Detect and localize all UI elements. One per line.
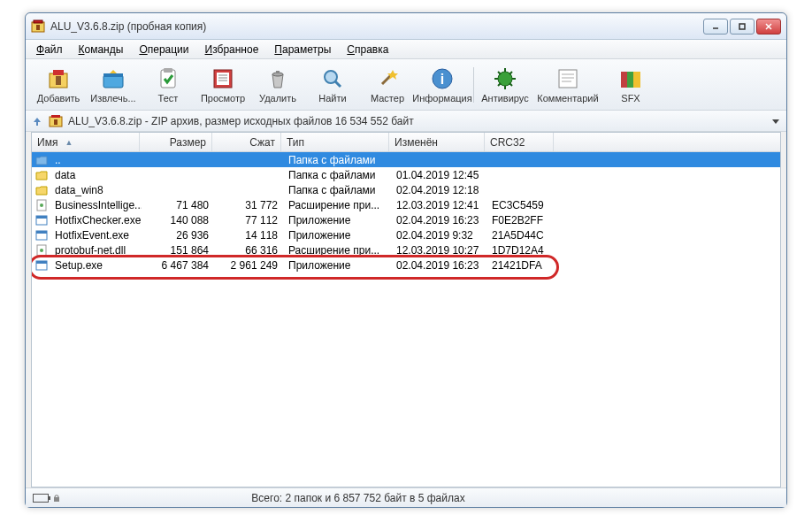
svg-text:i: i [440,72,444,87]
address-text[interactable]: ALU_V3.6.8.zip - ZIP архив, размер исход… [68,115,765,127]
status-summary: Всего: 2 папок и 6 857 752 байт в 5 файл… [61,492,655,504]
file-name: BusinessIntellige... [50,199,142,211]
svg-line-32 [509,83,512,86]
file-list-container: Имя▲ Размер Сжат Тип Изменён CRC32 [31,132,781,152]
test-icon [156,66,180,91]
wizard-button[interactable]: Мастер [360,62,415,108]
file-row[interactable]: Setup.exe6 467 3842 961 249Приложение02.… [32,257,780,273]
exe-icon [35,229,48,242]
svg-rect-9 [56,76,61,85]
svg-rect-11 [103,73,123,77]
file-list[interactable]: ..Папка с файламиdataПапка с файлами01.0… [31,152,781,487]
file-compressed: 66 316 [214,244,283,257]
maximize-button[interactable] [730,19,755,35]
file-row[interactable]: data_win8Папка с файлами02.04.2019 12:18 [32,182,780,197]
file-crc: 21421DFA [486,259,555,272]
file-row[interactable]: BusinessIntellige...71 48031 772Расширен… [32,197,780,212]
menu-params[interactable]: Параметры [267,42,338,58]
file-size: 26 936 [142,229,214,242]
archive-add-icon [46,66,71,91]
file-row[interactable]: protobuf-net.dll151 86466 316Расширение … [32,242,780,257]
svg-point-52 [40,249,43,252]
col-crc[interactable]: CRC32 [485,133,554,151]
file-compressed: 31 772 [214,199,283,211]
svg-line-22 [335,81,341,87]
comment-button[interactable]: Комментарий [532,62,603,108]
toolbar: Добавить Извлечь... Тест Просмотр Удалит… [26,59,786,111]
file-type: Приложение [283,229,391,242]
file-date: 01.04.2019 12:45 [391,169,486,181]
svg-rect-50 [36,231,47,234]
file-row[interactable]: HotfixEvent.exe26 93614 118Приложение02.… [32,227,780,242]
svg-rect-40 [627,72,634,88]
svg-rect-8 [53,70,64,75]
file-type: Расширение при... [283,244,391,257]
app-window: ALU_V3.6.8.zip (пробная копия) Файл Кома… [25,12,787,508]
menu-operations[interactable]: Операции [132,42,195,58]
extract-icon [101,66,126,91]
svg-rect-10 [103,75,123,88]
col-type[interactable]: Тип [281,133,389,151]
titlebar: ALU_V3.6.8.zip (пробная копия) [26,13,786,40]
address-bar: ALU_V3.6.8.zip - ZIP архив, размер исход… [26,111,786,132]
add-button[interactable]: Добавить [31,62,86,108]
dropdown-icon[interactable] [770,116,781,127]
col-size[interactable]: Размер [140,133,212,151]
file-row[interactable]: dataПапка с файлами01.04.2019 12:45 [32,167,780,182]
svg-rect-13 [164,68,172,73]
svg-rect-4 [739,24,745,29]
svg-rect-2 [36,25,40,30]
svg-line-34 [498,83,501,86]
file-row[interactable]: HotfixChecker.exe140 08877 112Приложение… [32,212,780,227]
delete-button[interactable]: Удалить [250,62,305,108]
view-button[interactable]: Просмотр [195,62,250,108]
svg-rect-48 [36,216,47,219]
file-date: 02.04.2019 12:18 [391,184,486,196]
file-name: HotfixChecker.exe [50,214,142,226]
info-button[interactable]: i Информация [415,62,470,108]
up-icon[interactable] [31,115,43,127]
file-icon [35,199,48,211]
archive-icon [49,114,63,128]
close-button[interactable] [756,19,781,35]
menubar: Файл Команды Операции Избранное Параметр… [26,40,786,59]
folder-up-icon [35,154,48,166]
file-icon [35,244,48,257]
battery-icon [33,494,49,503]
find-button[interactable]: Найти [305,62,360,108]
col-modified[interactable]: Изменён [389,133,485,151]
svg-point-21 [325,71,337,83]
file-type: Папка с файлами [283,184,391,196]
svg-rect-15 [217,73,229,85]
file-name: HotfixEvent.exe [50,229,142,242]
folder-icon [35,169,48,181]
file-size: 6 467 384 [142,259,214,272]
toolbar-separator [473,67,474,103]
file-row[interactable]: ..Папка с файлами [32,152,780,167]
sfx-button[interactable]: SFX [603,62,658,108]
file-size: 151 864 [142,244,214,257]
col-compressed[interactable]: Сжат [212,133,281,151]
antivirus-button[interactable]: Антивирус [478,62,532,108]
info-icon: i [430,66,455,91]
minimize-button[interactable] [703,19,728,35]
file-date: 02.04.2019 9:32 [391,229,486,242]
file-crc: 21A5D44C [486,229,555,242]
col-name[interactable]: Имя▲ [32,133,140,151]
extract-button[interactable]: Извлечь... [86,62,141,108]
file-name: protobuf-net.dll [50,244,142,257]
menu-commands[interactable]: Команды [72,42,131,58]
menu-file[interactable]: Файл [29,42,70,58]
menu-help[interactable]: Справка [340,42,395,58]
svg-point-19 [272,73,283,76]
file-crc: F0E2B2FF [486,214,555,226]
svg-rect-41 [633,72,640,88]
svg-rect-43 [51,115,60,118]
app-icon [31,19,45,34]
file-size: 140 088 [142,214,214,226]
file-compressed: 77 112 [214,214,283,226]
svg-line-31 [498,72,501,74]
test-button[interactable]: Тест [141,62,195,108]
menu-favorites[interactable]: Избранное [198,42,266,58]
file-type: Приложение [283,259,391,272]
